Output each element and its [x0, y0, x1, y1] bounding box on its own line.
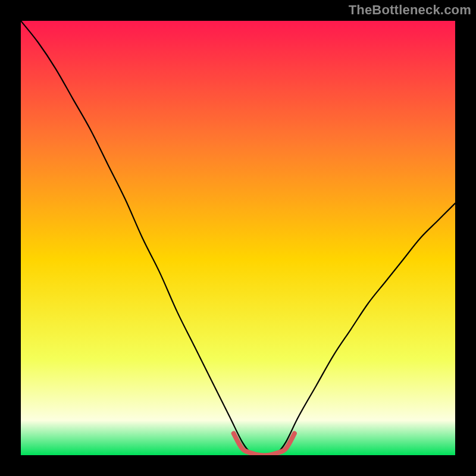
chart-svg	[21, 21, 455, 455]
watermark-text: TheBottleneck.com	[349, 2, 471, 18]
gradient-background	[21, 21, 455, 455]
chart-frame: TheBottleneck.com	[0, 0, 476, 476]
chart-plot-area	[21, 21, 455, 455]
